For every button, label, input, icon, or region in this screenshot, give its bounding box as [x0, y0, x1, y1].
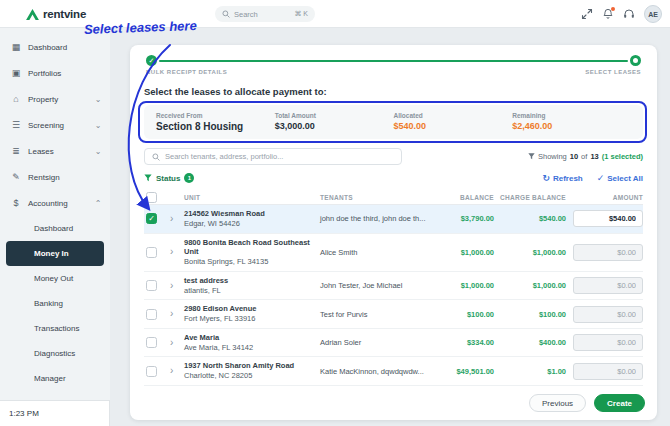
total-amount-label: Total Amount [275, 112, 394, 119]
row-checkbox[interactable]: ✓ [146, 337, 157, 348]
showing-count: 10 [570, 152, 578, 161]
refresh-button[interactable]: ↻ Refresh [542, 174, 582, 183]
total-amount-value: $3,000.00 [275, 121, 394, 131]
row-checkbox[interactable]: ✓ [146, 309, 157, 320]
subnav-item-label: Manager [34, 374, 66, 383]
row-checkbox[interactable]: ✓ [146, 213, 157, 224]
allocated-value: $540.00 [394, 121, 513, 131]
summary-received-from: Received From Section 8 Housing [156, 112, 275, 132]
row-expand-chevron-icon[interactable]: › [168, 247, 184, 257]
lease-row[interactable]: ✓ › 1937 North Sharon Amity Road Charlot… [144, 357, 643, 386]
notifications-bell-icon[interactable] [602, 8, 614, 20]
unit-city: Fort Myers, FL 33916 [184, 314, 320, 324]
lease-row[interactable]: ✓ › 9800 Bonita Beach Road Southeast Uni… [144, 234, 643, 272]
sidebar-subitem-transactions[interactable]: Transactions [6, 316, 104, 341]
lease-table-header: ✓ UNIT TENANTS BALANCE CHARGE BALANCE AM… [144, 190, 643, 205]
payment-summary-bar: Received From Section 8 Housing Total Am… [144, 105, 643, 139]
subnav-item-label: Diagnostics [34, 349, 75, 358]
notification-dot [611, 7, 615, 11]
support-headset-icon[interactable] [623, 8, 635, 20]
sidebar-item-accounting[interactable]: $ Accounting ⌃ [0, 190, 110, 216]
unit-address: 1937 North Sharon Amity Road [184, 361, 320, 371]
brand-name: rentvine [43, 8, 86, 20]
filter-icon [528, 153, 535, 160]
tenants-names: Adrian Soler [320, 338, 438, 347]
nav-item-label: Rentsign [28, 173, 87, 182]
lease-row[interactable]: ✓ › Ave Maria Ave Maria, FL 34142 Adrian… [144, 329, 643, 358]
unit-city: Bonita Springs, FL 34135 [184, 257, 320, 267]
nav-item-label: Property [28, 95, 87, 104]
check-icon: ✓ [149, 57, 155, 65]
row-expand-chevron-icon[interactable]: › [168, 214, 184, 224]
charge-balance-value: $1,000.00 [494, 248, 566, 257]
nav-item-icon: ▣ [11, 68, 21, 78]
remaining-value: $2,460.00 [512, 121, 631, 131]
balance-value: $3,790.00 [438, 214, 494, 223]
select-all-check-icon: ✓ [597, 174, 605, 183]
subnav-item-label: Money In [34, 249, 69, 258]
row-expand-chevron-icon[interactable]: › [168, 366, 184, 376]
balance-value: $1,000.00 [438, 248, 494, 257]
sidebar-item-screening[interactable]: ☰ Screening ⌄ [0, 112, 110, 138]
sidebar-item-leases[interactable]: ≣ Leases ⌄ [0, 138, 110, 164]
charge-balance-value: $400.00 [494, 338, 566, 347]
create-button[interactable]: Create [594, 394, 645, 412]
showing-prefix: Showing [538, 152, 567, 161]
row-expand-chevron-icon[interactable]: › [168, 281, 184, 291]
amount-input [573, 277, 643, 294]
brand-logo[interactable]: rentvine [26, 0, 86, 28]
global-search-placeholder: Search [234, 10, 290, 19]
lease-row[interactable]: ✓ › test address atlantis, FL John Teste… [144, 272, 643, 301]
tenants-names: Alice Smith [320, 248, 438, 257]
sidebar-subitem-dashboard[interactable]: Dashboard [6, 216, 104, 241]
table-actions: ↻ Refresh ✓ Select All [542, 174, 643, 183]
showing-of: of [581, 152, 587, 161]
expand-icon[interactable] [581, 8, 593, 20]
status-filter-button[interactable]: Status 1 [144, 173, 194, 183]
subnav-item-label: Money Out [34, 274, 73, 283]
sidebar-subitem-money-in[interactable]: Money In [6, 241, 104, 266]
sidebar-item-dashboard[interactable]: ▦ Dashboard [0, 34, 110, 60]
remaining-label: Remaining [512, 112, 631, 119]
chevron-icon: ⌄ [94, 121, 102, 130]
step-select-leases-circle [630, 55, 641, 66]
sidebar-subitem-banking[interactable]: Banking [6, 291, 104, 316]
status-filter-badge: 1 [184, 173, 194, 183]
chevron-icon: ⌄ [94, 147, 102, 156]
refresh-label: Refresh [553, 174, 583, 183]
global-search-button[interactable]: Search ⌘ K [215, 6, 315, 22]
column-header-charge-balance: CHARGE BALANCE [494, 194, 566, 201]
sidebar-item-property[interactable]: ⌂ Property ⌄ [0, 86, 110, 112]
previous-button[interactable]: Previous [529, 394, 586, 412]
bulk-receipt-card: ✓ BULK RECEIPT DETAILS SELECT LEASES Sel… [130, 45, 657, 420]
row-expand-chevron-icon[interactable]: › [168, 338, 184, 348]
row-checkbox[interactable]: ✓ [146, 247, 157, 258]
sidebar-subitem-diagnostics[interactable]: Diagnostics [6, 341, 104, 366]
sidebar-item-portfolios[interactable]: ▣ Portfolios [0, 60, 110, 86]
select-all-button[interactable]: ✓ Select All [597, 174, 643, 183]
lease-row[interactable]: ✓ › 214562 Wiesman Road Edgar, WI 54426 … [144, 205, 643, 234]
amount-input [573, 363, 643, 380]
sidebar: ▦ Dashboard ▣ Portfolios ⌂ Property ⌄ ☰ … [0, 28, 110, 426]
lease-row[interactable]: ✓ › 2980 Edison Avenue Fort Myers, FL 33… [144, 300, 643, 329]
sidebar-subitem-money-out[interactable]: Money Out [6, 266, 104, 291]
filter-icon [144, 174, 152, 182]
row-checkbox[interactable]: ✓ [146, 366, 157, 377]
column-header-tenants: TENANTS [320, 194, 438, 201]
nav-item-icon: ☰ [11, 120, 21, 130]
amount-input[interactable] [573, 210, 643, 227]
row-checkbox[interactable]: ✓ [146, 280, 157, 291]
showing-total: 13 [590, 152, 598, 161]
table-toolbar: Showing 10 of 13 (1 selected) [144, 148, 643, 165]
select-all-checkbox[interactable]: ✓ [146, 192, 157, 203]
column-header-balance: BALANCE [438, 194, 494, 201]
lease-search-input[interactable] [165, 152, 394, 161]
amount-input [573, 334, 643, 351]
row-expand-chevron-icon[interactable]: › [168, 309, 184, 319]
unit-address: 2980 Edison Avenue [184, 304, 320, 314]
user-avatar[interactable]: AE [644, 5, 662, 23]
sidebar-subitem-manager[interactable]: Manager [6, 366, 104, 391]
sidebar-item-rentsign[interactable]: ✎ Rentsign [0, 164, 110, 190]
results-count: Showing 10 of 13 (1 selected) [528, 152, 643, 161]
step-bulk-receipt-details-circle[interactable]: ✓ [146, 55, 157, 66]
